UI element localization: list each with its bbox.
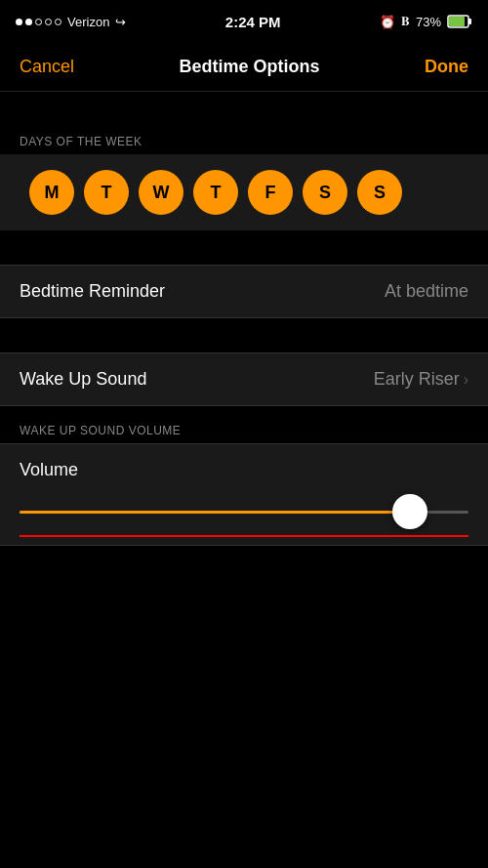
days-section: M T W T F S S <box>0 154 488 230</box>
page-title: Bedtime Options <box>180 57 320 77</box>
wake-up-sound-label: Wake Up Sound <box>20 369 146 390</box>
bedtime-reminder-label: Bedtime Reminder <box>20 281 165 302</box>
day-sunday[interactable]: S <box>357 170 402 215</box>
day-tuesday[interactable]: T <box>84 170 129 215</box>
carrier-label: Verizon <box>67 15 109 29</box>
signal-dot-4 <box>45 19 52 25</box>
bedtime-reminder-section: Bedtime Reminder At bedtime <box>0 265 488 318</box>
red-indicator-line <box>20 535 468 537</box>
bedtime-reminder-row[interactable]: Bedtime Reminder At bedtime <box>0 266 488 317</box>
days-section-label: DAYS OF THE WEEK <box>0 127 488 154</box>
bedtime-reminder-value: At bedtime <box>385 281 468 302</box>
wake-up-sound-section: Wake Up Sound Early Riser › <box>0 352 488 406</box>
status-right: ⏰ 𝐁 73% <box>380 14 472 29</box>
nav-bar: Cancel Bedtime Options Done <box>0 43 488 92</box>
svg-rect-1 <box>468 19 471 24</box>
day-saturday[interactable]: S <box>303 170 347 215</box>
signal-dot-1 <box>16 19 22 25</box>
wake-up-sound-value-text: Early Riser <box>374 369 460 390</box>
slider-thumb[interactable] <box>392 494 427 529</box>
volume-section: Volume <box>0 443 488 546</box>
day-wednesday[interactable]: W <box>139 170 183 215</box>
cancel-button[interactable]: Cancel <box>20 57 74 77</box>
section-gap-1 <box>0 92 488 127</box>
signal-dot-3 <box>35 19 42 25</box>
battery-icon <box>447 15 472 28</box>
battery-percent: 73% <box>416 15 441 29</box>
signal-dots <box>16 19 61 25</box>
slider-fill <box>20 511 410 514</box>
wake-up-sound-value: Early Riser › <box>374 369 468 390</box>
separator-gap-1 <box>0 230 488 265</box>
wake-up-sound-row[interactable]: Wake Up Sound Early Riser › <box>0 353 488 405</box>
chevron-right-icon: › <box>464 371 468 389</box>
wifi-icon: ↪ <box>115 15 126 29</box>
volume-section-label: WAKE UP SOUND VOLUME <box>0 416 488 443</box>
done-button[interactable]: Done <box>425 57 468 77</box>
svg-rect-2 <box>449 17 465 26</box>
time-label: 2:24 PM <box>225 14 281 30</box>
day-friday[interactable]: F <box>248 170 293 215</box>
status-left: Verizon ↪ <box>16 15 126 29</box>
bluetooth-icon: 𝐁 <box>401 14 410 29</box>
days-row: M T W T F S S <box>20 170 468 215</box>
signal-dot-2 <box>25 19 32 25</box>
status-bar: Verizon ↪ 2:24 PM ⏰ 𝐁 73% <box>0 0 488 43</box>
day-monday[interactable]: M <box>29 170 74 215</box>
separator-gap-3 <box>0 406 488 416</box>
signal-dot-5 <box>55 19 61 25</box>
volume-label: Volume <box>20 460 468 480</box>
alarm-icon: ⏰ <box>380 15 395 29</box>
day-thursday[interactable]: T <box>193 170 238 215</box>
separator-gap-2 <box>0 318 488 352</box>
volume-slider-container[interactable] <box>20 494 468 529</box>
